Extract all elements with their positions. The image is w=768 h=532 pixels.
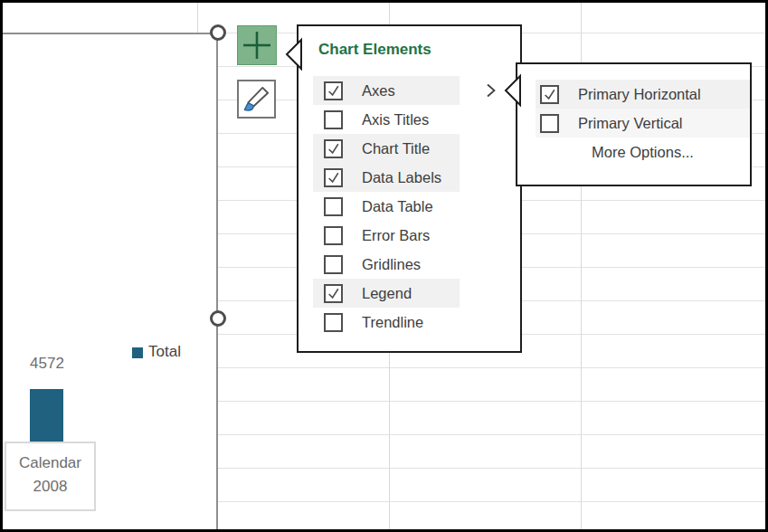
checkmark-icon: [543, 88, 556, 101]
menu-item-label: More Options...: [592, 144, 694, 161]
callout-arrow-left: [284, 39, 301, 70]
chart-elements-menu-list: AxesAxis TitlesChart TitleData LabelsDat…: [299, 76, 520, 337]
checked-checkbox-data-labels[interactable]: [324, 168, 343, 187]
chart-styles-button[interactable]: [237, 80, 276, 119]
menu-item-more-options[interactable]: More Options...: [536, 138, 750, 166]
category-axis-label-line2: 2008: [6, 475, 94, 499]
menu-item-primary-vertical[interactable]: Primary Vertical: [536, 109, 750, 138]
menu-item-label: Axis Titles: [362, 111, 429, 128]
chart-area[interactable]: 4572 Calendar 2008 Total: [0, 33, 218, 532]
menu-item-axis-titles[interactable]: Axis Titles: [313, 105, 460, 134]
chart-elements-menu: Chart Elements AxesAxis TitlesChart Titl…: [297, 24, 522, 353]
unchecked-checkbox-data-table[interactable]: [324, 197, 343, 216]
unchecked-checkbox-axis-titles[interactable]: [324, 110, 343, 129]
plus-icon: [242, 30, 272, 61]
menu-item-legend[interactable]: Legend: [313, 279, 460, 308]
menu-item-label: Chart Title: [362, 140, 430, 157]
menu-item-label: Axes: [362, 82, 395, 100]
menu-item-label: Legend: [362, 285, 412, 302]
menu-item-label: Primary Horizontal: [578, 86, 701, 103]
menu-item-data-table[interactable]: Data Table: [313, 192, 460, 221]
menu-item-error-bars[interactable]: Error Bars: [313, 221, 460, 250]
chart-resize-handle-middle-right[interactable]: [210, 310, 226, 327]
bar-total-calendar2008[interactable]: [30, 389, 63, 442]
checked-checkbox-legend[interactable]: [324, 284, 343, 303]
bar-data-label: 4572: [22, 355, 72, 373]
chart-elements-button[interactable]: [237, 25, 277, 65]
unchecked-checkbox-trendline[interactable]: [324, 313, 343, 332]
legend-marker-icon: [132, 347, 143, 358]
axes-submenu-list: Primary HorizontalPrimary VerticalMore O…: [517, 80, 750, 166]
menu-item-axes[interactable]: Axes: [313, 76, 460, 105]
menu-item-label: Gridlines: [362, 256, 421, 273]
menu-item-gridlines[interactable]: Gridlines: [313, 250, 460, 279]
checkmark-icon: [327, 84, 340, 98]
menu-item-label: Data Labels: [362, 169, 441, 186]
menu-item-label: Trendline: [362, 314, 423, 331]
unchecked-checkbox-gridlines[interactable]: [324, 255, 343, 274]
axes-submenu: Primary HorizontalPrimary VerticalMore O…: [516, 62, 752, 186]
menu-item-label: Primary Vertical: [578, 115, 683, 132]
chevron-right-icon: [486, 83, 497, 98]
category-axis-label-box[interactable]: Calendar 2008: [5, 442, 96, 511]
chart-elements-menu-title: Chart Elements: [318, 41, 431, 59]
legend-label: Total: [148, 343, 181, 361]
checkmark-icon: [327, 287, 340, 300]
menu-item-label: Data Table: [362, 198, 433, 215]
checked-checkbox-axes[interactable]: [324, 81, 343, 100]
checked-checkbox-chart-title[interactable]: [324, 139, 343, 158]
menu-item-data-labels[interactable]: Data Labels: [313, 163, 460, 192]
menu-item-label: Error Bars: [362, 227, 430, 244]
excel-worksheet-region: 4572 Calendar 2008 Total Chart Elements …: [0, 0, 768, 532]
checkmark-icon: [327, 142, 340, 156]
menu-item-trendline[interactable]: Trendline: [313, 308, 460, 337]
checkmark-icon: [327, 171, 340, 185]
chart-resize-handle-top-right[interactable]: [210, 24, 226, 41]
paintbrush-icon: [242, 85, 270, 113]
menu-item-primary-horizontal[interactable]: Primary Horizontal: [536, 80, 750, 109]
unchecked-checkbox-error-bars[interactable]: [324, 226, 343, 245]
category-axis-label-line1: Calendar: [6, 451, 94, 475]
chart-legend[interactable]: Total: [132, 343, 181, 361]
menu-item-chart-title[interactable]: Chart Title: [313, 134, 460, 163]
checked-checkbox-primary-horizontal[interactable]: [540, 85, 559, 104]
unchecked-checkbox-primary-vertical[interactable]: [540, 114, 559, 133]
